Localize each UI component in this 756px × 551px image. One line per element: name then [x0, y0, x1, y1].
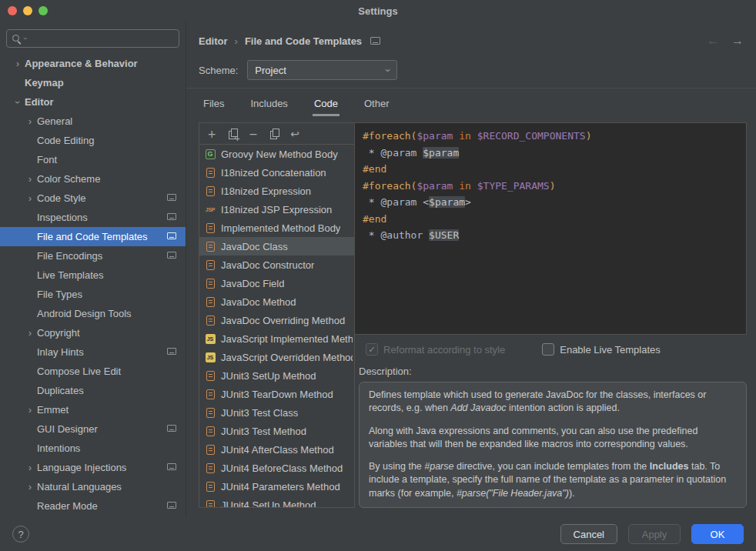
sidebar-item-android-design-tools[interactable]: Android Design Tools [0, 304, 186, 323]
close-button[interactable] [8, 6, 17, 15]
tab-code[interactable]: Code [313, 93, 340, 116]
js-template-icon: JS [204, 351, 216, 363]
template-item-javadoc-class[interactable]: JavaDoc Class [199, 237, 354, 255]
sidebar-item-code-style[interactable]: ›Code Style [0, 189, 186, 208]
breadcrumb-editor[interactable]: Editor [199, 35, 228, 47]
sidebar-item-file-and-code-templates[interactable]: File and Code Templates [0, 227, 186, 246]
template-item-junit3-test-class[interactable]: JUnit3 Test Class [199, 403, 354, 422]
tab-files[interactable]: Files [202, 93, 226, 116]
per-project-settings-icon [167, 232, 176, 239]
sidebar-item-label: Code Style [37, 192, 86, 204]
template-template-icon [204, 499, 216, 507]
sidebar-item-label: GUI Designer [37, 423, 98, 435]
sidebar-item-inlay-hints[interactable]: Inlay Hints [0, 342, 186, 362]
chevron-down-icon[interactable]: › [13, 97, 22, 108]
ok-button[interactable]: OK [691, 524, 744, 544]
remove-template-icon[interactable]: − [247, 128, 259, 140]
template-item-label: JUnit4 BeforeClass Method [221, 463, 343, 474]
template-item-label: JavaDoc Method [221, 296, 296, 308]
duplicate-template-icon[interactable] [268, 128, 280, 140]
settings-search[interactable]: › [6, 29, 179, 48]
template-item-implemented-method-body[interactable]: Implemented Method Body [199, 219, 354, 237]
sidebar-item-label: Live Templates [37, 269, 103, 281]
template-item-label: JUnit3 Test Method [221, 426, 306, 437]
template-template-icon [204, 314, 216, 326]
sidebar-item-label: Keymap [25, 77, 64, 88]
template-item-junit4-beforeclass-method[interactable]: JUnit4 BeforeClass Method [199, 459, 354, 477]
sidebar-item-label: File Types [37, 289, 82, 300]
forward-arrow-icon[interactable]: → [731, 34, 744, 48]
search-history-chevron-icon: › [22, 38, 29, 40]
tab-includes[interactable]: Includes [249, 93, 289, 116]
footer-bar: ? CancelApplyOK [0, 517, 756, 551]
template-item-javadoc-overriding-method[interactable]: JavaDoc Overriding Method [199, 311, 354, 329]
template-item-javadoc-field[interactable]: JavaDoc Field [199, 274, 354, 292]
template-item-i18nized-jsp-expression[interactable]: JSPI18nized JSP Expression [199, 200, 354, 219]
apply-button: Apply [628, 524, 681, 544]
code-line: #foreach($param in $TYPE_PARAMS) [363, 178, 738, 195]
template-item-junit3-teardown-method[interactable]: JUnit3 TearDown Method [199, 385, 354, 403]
help-button[interactable]: ? [12, 526, 29, 543]
chevron-right-icon[interactable]: › [25, 194, 35, 203]
template-item-groovy-new-method-body[interactable]: GGroovy New Method Body [199, 145, 354, 163]
chevron-right-icon[interactable]: › [25, 463, 35, 473]
template-item-junit4-afterclass-method[interactable]: JUnit4 AfterClass Method [199, 440, 354, 459]
sidebar-item-duplicates[interactable]: Duplicates [0, 381, 186, 400]
chevron-right-icon[interactable]: › [25, 406, 35, 415]
template-code-editor[interactable]: #foreach($param in $RECORD_COMPONENTS) *… [355, 122, 747, 335]
tab-other[interactable]: Other [363, 93, 391, 116]
template-item-javascript-overridden-method[interactable]: JSJavaScript Overridden Method [199, 348, 354, 366]
chevron-right-icon[interactable]: › [25, 175, 35, 184]
sidebar-item-inspections[interactable]: Inspections [0, 208, 186, 227]
zoom-button[interactable] [38, 6, 48, 15]
sidebar-item-appearance-behavior[interactable]: ›Appearance & Behavior [0, 54, 186, 73]
template-toolbar: ++−↩ [199, 123, 354, 145]
sidebar-item-intentions[interactable]: Intentions [0, 439, 186, 458]
create-child-template-icon[interactable]: + [226, 128, 239, 140]
scheme-select[interactable]: Project › [247, 60, 397, 80]
sidebar-item-editor[interactable]: ›Editor [0, 92, 186, 112]
sidebar-item-keymap[interactable]: Keymap [0, 73, 186, 92]
checkbox-checked-icon [366, 343, 378, 356]
enable-live-templates-label: Enable Live Templates [560, 344, 661, 356]
sidebar-item-natural-languages[interactable]: ›Natural Languages [0, 477, 186, 496]
template-item-i18nized-concatenation[interactable]: I18nized Concatenation [199, 163, 354, 182]
template-item-junit3-test-method[interactable]: JUnit3 Test Method [199, 422, 354, 440]
template-item-javadoc-constructor[interactable]: JavaDoc Constructor [199, 255, 354, 274]
chevron-right-icon[interactable]: › [25, 117, 35, 126]
chevron-right-icon[interactable]: › [25, 483, 35, 492]
chevron-right-icon[interactable]: › [12, 59, 23, 68]
minimize-button[interactable] [23, 6, 32, 15]
reset-to-default-icon[interactable]: ↩ [289, 128, 301, 140]
sidebar-item-emmet[interactable]: ›Emmet [0, 400, 186, 419]
sidebar-item-language-injections[interactable]: ›Language Injections [0, 458, 186, 477]
add-template-icon[interactable]: + [206, 128, 218, 140]
template-item-junit4-setup-method[interactable]: JUnit4 SetUp Method [199, 496, 354, 507]
cancel-button[interactable]: Cancel [560, 524, 617, 544]
template-item-label: JavaDoc Class [221, 241, 288, 252]
window-title: Settings [358, 5, 397, 17]
sidebar-item-copyright[interactable]: ›Copyright [0, 323, 186, 342]
sidebar-item-general[interactable]: ›General [0, 112, 186, 131]
breadcrumb-separator-icon: › [235, 35, 238, 47]
search-input[interactable] [28, 33, 174, 45]
template-item-javadoc-method[interactable]: JavaDoc Method [199, 292, 354, 311]
template-item-javascript-implemented-method[interactable]: JSJavaScript Implemented Method [199, 329, 354, 348]
sidebar-item-code-editing[interactable]: Code Editing [0, 131, 186, 150]
sidebar-item-file-encodings[interactable]: File Encodings [0, 246, 186, 265]
sidebar-item-compose-live-edit[interactable]: Compose Live Edit [0, 362, 186, 381]
template-item-junit4-parameters-method[interactable]: JUnit4 Parameters Method [199, 477, 354, 496]
sidebar-item-font[interactable]: Font [0, 150, 186, 169]
template-item-junit3-setup-method[interactable]: JUnit3 SetUp Method [199, 366, 354, 385]
enable-live-templates-checkbox[interactable]: Enable Live Templates [542, 343, 661, 356]
chevron-right-icon[interactable]: › [25, 329, 35, 338]
sidebar-item-file-types[interactable]: File Types [0, 285, 186, 304]
back-arrow-icon[interactable]: ← [707, 34, 719, 48]
template-item-label: JUnit3 Test Class [221, 407, 298, 419]
sidebar-item-color-scheme[interactable]: ›Color Scheme [0, 169, 186, 189]
sidebar-item-reader-mode[interactable]: Reader Mode [0, 496, 186, 516]
sidebar-item-gui-designer[interactable]: GUI Designer [0, 419, 186, 439]
search-icon [12, 34, 22, 44]
template-item-i18nized-expression[interactable]: I18nized Expression [199, 182, 354, 200]
sidebar-item-live-templates[interactable]: Live Templates [0, 265, 186, 285]
